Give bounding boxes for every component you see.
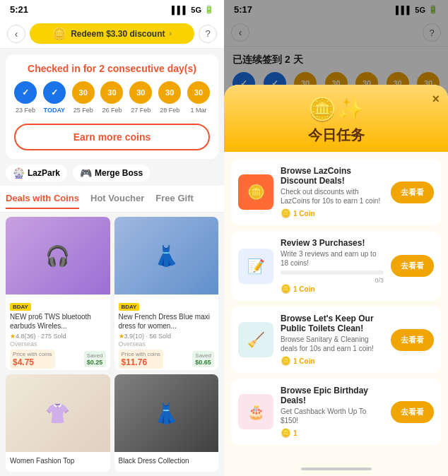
product-grid: 🎧 BDAY NEW pro6 TWS bluetooth earbuds Wi…	[0, 213, 224, 476]
task-modal: 🪙✨ 今日任务 × 🪙 Browse LazCoins Discount Dea…	[224, 85, 448, 476]
day-label-2: 25 Feb	[73, 107, 93, 114]
checkin-section: Checked in for 2 consecutive day(s) ✓ 23…	[6, 54, 218, 159]
modal-bottom-indicator	[224, 462, 448, 476]
left-status-bar: 5:21 ▌▌▌ 5G 🔋	[0, 0, 224, 19]
task-image-0: 🪙	[238, 174, 273, 210]
task-progress-bar-1	[281, 270, 384, 275]
day-item-3: 30 26 Feb	[100, 81, 123, 114]
modal-spacer	[224, 0, 448, 85]
saved-badge-1: Saved $0.65	[192, 351, 214, 367]
bottom-bar	[301, 468, 372, 470]
day-item-5: 30 28 Feb	[158, 81, 181, 114]
left-top-bar: ‹ 🪙 Redeem $3.30 discount › ?	[0, 19, 224, 49]
task-title-0: Browse LazCoins Discount Deals!	[281, 166, 384, 186]
modal-coin-decoration: 🪙✨	[235, 96, 437, 123]
redeem-pill[interactable]: 🪙 Redeem $3.30 discount ›	[30, 23, 194, 44]
task-coin-label-1: 1 Coin	[293, 285, 315, 293]
coin-icon-3: 🪙	[281, 428, 291, 438]
day-circle-2: 30	[72, 81, 95, 104]
left-panel: 5:21 ▌▌▌ 5G 🔋 ‹ 🪙 Redeem $3.30 discount …	[0, 0, 224, 476]
promo-row: 🎡 LazPark 🎮 Merge Boss	[0, 165, 224, 186]
product-image-1: 👗	[114, 217, 219, 294]
back-button[interactable]: ‹	[7, 25, 25, 43]
mergeboss-icon: 🎮	[80, 167, 92, 179]
left-time: 5:21	[10, 4, 28, 15]
task-desc-3: Get Cashback Worth Up To $150!	[281, 407, 384, 425]
task-go-button-1[interactable]: 去看看	[391, 255, 434, 277]
battery-icon: 🔋	[204, 5, 214, 14]
product-name-0: NEW pro6 TWS bluetooth earbuds Wireles..…	[10, 312, 106, 331]
product-rating-1: ★3.9(10) · 56 Sold	[119, 333, 215, 340]
mergeboss-promo[interactable]: 🎮 Merge Boss	[73, 165, 150, 182]
coin-icon-1: 🪙	[281, 284, 291, 294]
product-badge-1: BDAY	[119, 303, 140, 311]
product-image-0: 🎧	[6, 217, 110, 294]
product-price-row-0: Price with coins $4.75 Saved $0.25	[10, 350, 106, 369]
tabs-row: Deals with Coins Hot Voucher Free Gift	[0, 186, 224, 213]
day-item-2: 30 25 Feb	[72, 81, 95, 114]
product-card-2[interactable]: 👚 Women Fashion Top	[6, 374, 110, 472]
product-location-0: Overseas	[10, 340, 106, 347]
product-location-1: Overseas	[119, 340, 215, 347]
earn-coins-button[interactable]: Earn more coins	[14, 124, 210, 150]
product-image-3: 👗	[114, 374, 219, 452]
day-item-4: 30 27 Feb	[129, 81, 152, 114]
modal-tasks-list: 🪙 Browse LazCoins Discount Deals! Check …	[224, 152, 448, 462]
day-label-5: 28 Feb	[160, 107, 179, 114]
checkin-title-pre: Checked in for	[28, 63, 99, 74]
modal-header: 🪙✨ 今日任务 ×	[224, 85, 448, 152]
task-content-3: Browse Epic Birthday Deals! Get Cashback…	[281, 386, 384, 438]
task-card-1: 📝 Review 3 Purchases! Write 3 reviews an…	[231, 231, 441, 301]
modal-overlay: 🪙✨ 今日任务 × 🪙 Browse LazCoins Discount Dea…	[224, 0, 448, 476]
modal-close-button[interactable]: ×	[432, 92, 440, 107]
day-label-4: 27 Feb	[131, 107, 151, 114]
tab-free-gift[interactable]: Free Gift	[155, 189, 193, 209]
saved-badge-0: Saved $0.25	[84, 351, 106, 367]
day-circle-5: 30	[158, 81, 181, 104]
task-coin-0: 🪙 1 Coin	[281, 208, 384, 218]
product-card-0[interactable]: 🎧 BDAY NEW pro6 TWS bluetooth earbuds Wi…	[6, 217, 110, 370]
task-card-0: 🪙 Browse LazCoins Discount Deals! Check …	[231, 159, 441, 225]
task-desc-2: Browse Sanitary & Cleaning deals for 10s…	[281, 335, 384, 353]
task-go-button-2[interactable]: 去看看	[391, 329, 434, 351]
task-image-2: 🧹	[238, 322, 273, 357]
redeem-text: Redeem $3.30 discount	[71, 29, 165, 39]
product-card-1[interactable]: 👗 BDAY New French Dress Blue maxi dress …	[114, 217, 219, 370]
help-button[interactable]: ?	[199, 25, 217, 43]
price-coin-0: Price with coins $4.75	[10, 350, 55, 369]
day-label-0: 23 Feb	[16, 107, 35, 114]
price-coin-1: Price with coins $11.76	[119, 350, 164, 369]
task-coin-1: 🪙 1 Coin	[281, 284, 384, 294]
product-name-2: Women Fashion Top	[10, 456, 106, 465]
checkin-title-post: consecutive day(s)	[105, 63, 196, 74]
checkin-title: Checked in for 2 consecutive day(s)	[14, 63, 210, 74]
left-status-icons: ▌▌▌ 5G 🔋	[172, 5, 214, 14]
day-label-3: 26 Feb	[102, 107, 122, 114]
task-coin-label-3: 1	[293, 429, 297, 437]
task-go-button-3[interactable]: 去看看	[391, 401, 434, 423]
task-desc-1: Write 3 reviews and earn up to 18 coins!	[281, 249, 384, 268]
checkin-count: 2	[99, 63, 105, 74]
task-title-3: Browse Epic Birthday Deals!	[281, 386, 384, 405]
signal-icon: ▌▌▌	[172, 6, 188, 14]
lazpark-promo[interactable]: 🎡 LazPark	[6, 165, 67, 182]
network-label: 5G	[191, 6, 201, 14]
day-circle-4: 30	[129, 81, 152, 104]
task-card-2: 🧹 Browse Let's Keep Our Public Toilets C…	[231, 307, 441, 373]
price-value-1: $11.76	[122, 357, 161, 367]
task-image-1: 📝	[238, 249, 273, 284]
task-go-button-0[interactable]: 去看看	[391, 182, 434, 203]
task-coin-2: 🪙 1 Coin	[281, 356, 384, 366]
day-circle-0: ✓	[14, 81, 37, 104]
tab-hot-voucher[interactable]: Hot Voucher	[90, 189, 144, 209]
day-label-1: TODAY	[44, 107, 66, 114]
checkin-days-row: ✓ 23 Feb ✓ TODAY 30 25 Feb 30 26 Feb 30 …	[14, 81, 210, 114]
lazpark-icon: 🎡	[13, 167, 25, 179]
task-coin-label-2: 1 Coin	[293, 357, 315, 365]
mergeboss-label: Merge Boss	[95, 168, 143, 178]
task-image-3: 🎂	[238, 394, 273, 429]
day-item-6: 30 1 Mar	[187, 81, 210, 114]
tab-deals-with-coins[interactable]: Deals with Coins	[6, 189, 79, 209]
lazpark-label: LazPark	[28, 168, 60, 178]
product-card-3[interactable]: 👗 Black Dress Collection	[114, 374, 219, 472]
